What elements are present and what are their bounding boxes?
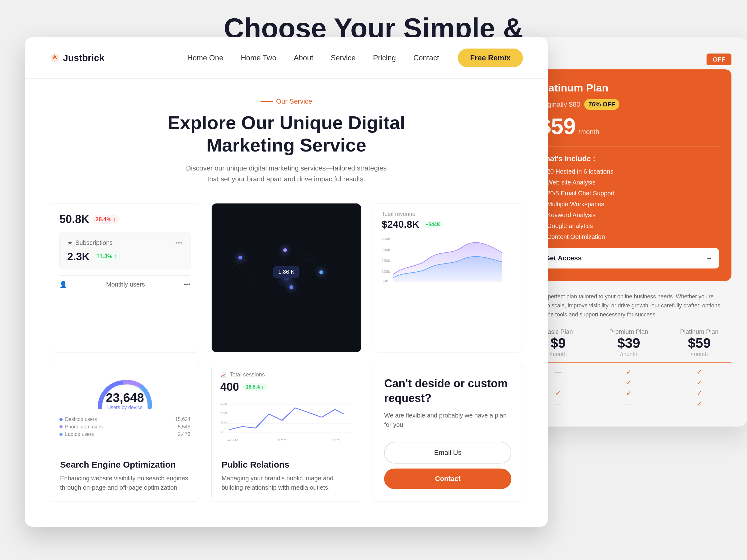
svg-rect-10 (236, 262, 237, 263)
svg-text:0: 0 (221, 430, 223, 433)
feature-label-1: 20 Hosted in 6 locations (547, 168, 613, 175)
legend-color-phone (59, 425, 62, 428)
svg-rect-4 (237, 258, 238, 259)
legend-value-desktop: 15,624 (175, 417, 190, 422)
gauge-value: 23,648 Users by device (106, 391, 144, 410)
plan-name-premium: Premium Plan (597, 328, 661, 336)
legend-laptop: Laptop users 2,476 (59, 431, 190, 437)
svg-text:100k: 100k (382, 270, 390, 274)
price-period: /month (578, 128, 599, 136)
gauge-label: Users by device (106, 405, 144, 410)
svg-text:200k: 200k (382, 248, 390, 252)
chart-value: $240.8K +$44K (382, 219, 514, 230)
svg-rect-34 (316, 258, 316, 259)
check-platinum-3: ✓ (667, 389, 731, 397)
social-media-visual: 50.8K 28.4% ↓ ★ Subscriptions ••• 2.3 (50, 204, 200, 352)
tag-line (260, 101, 273, 102)
legend-dot-phone: Phone app users (59, 424, 103, 430)
stat-main: 50.8K 28.4% ↓ (59, 213, 190, 226)
legend-value-phone: 5,548 (178, 424, 190, 430)
sub-dots: ••• (176, 239, 183, 247)
email-us-button[interactable]: Email Us (384, 442, 511, 463)
chart-badge: +$44K (422, 221, 443, 229)
leads-content: Drive More Leads Boost lead generation w… (373, 352, 522, 352)
svg-rect-11 (238, 264, 239, 264)
svg-text:4 PM: 4 PM (331, 438, 340, 441)
svg-text:250: 250 (221, 411, 227, 415)
discount-badge: 76% OFF (584, 99, 620, 110)
feature-5: ✓ Keyword Analysis (538, 212, 719, 219)
section-title: Explore Our Unique DigitalMarketing Serv… (50, 112, 523, 157)
seo-title: Search Engine Optimization (60, 460, 190, 470)
svg-rect-13 (242, 264, 243, 264)
nav-home-two[interactable]: Home Two (240, 54, 276, 62)
section-tag-text: Our Service (276, 97, 312, 105)
sessions-badge: 16.8% ↑ (242, 383, 268, 391)
svg-rect-40 (314, 261, 315, 262)
svg-rect-3 (235, 257, 236, 258)
logo-icon (50, 53, 60, 63)
monthly-row: 👤 Monthly users ••• (59, 275, 190, 293)
svg-rect-29 (304, 255, 305, 256)
free-remix-button[interactable]: Free Remix (458, 49, 523, 67)
legend-value-laptop: 2,476 (178, 431, 190, 437)
svg-rect-50 (252, 281, 252, 282)
stat-50k: 50.8K (59, 213, 89, 226)
social-media-card: 50.8K 28.4% ↓ ★ Subscriptions ••• 2.3 (50, 203, 200, 352)
get-access-button[interactable]: Get Access → (538, 248, 719, 268)
custom-title: Can't deside or custom request? (384, 376, 511, 406)
cards-top-row: 50.8K 28.4% ↓ ★ Subscriptions ••• 2.3 (50, 203, 523, 352)
plan-price-platinum: $59 (667, 336, 731, 351)
plan-headers: Basic Plan $9 /month Premium Plan $39 /m… (526, 328, 731, 357)
contact-button[interactable]: Contact (384, 469, 511, 489)
seo-desc: Enhancing website visibility on search e… (60, 474, 190, 492)
sessions-title: Total sessions (230, 371, 265, 378)
svg-rect-31 (309, 256, 310, 256)
svg-rect-2 (232, 258, 233, 259)
nav-contact[interactable]: Contact (413, 54, 439, 62)
legend-color-desktop (59, 418, 62, 421)
feature-label-3: 20/5 Email Chat Support (547, 190, 615, 197)
platinum-title: Platinum Plan (538, 82, 719, 94)
pr-visual: 📈 Total sessions 400 16.8% ↑ (212, 364, 361, 451)
check-premium-2: ✓ (597, 379, 661, 387)
nav-pricing[interactable]: Pricing (373, 54, 396, 62)
sub-badge-green: 11.3% ↑ (93, 252, 121, 261)
check-platinum-2: ✓ (667, 379, 731, 387)
feature-label-7: Content Optimization (547, 233, 605, 240)
feature-row-4: — — ✓ (526, 400, 731, 408)
sub-value: 2.3K 11.3% ↑ (67, 250, 183, 263)
svg-rect-23 (286, 257, 287, 258)
svg-rect-33 (313, 257, 314, 258)
off-badge: OFF (706, 54, 731, 65)
nav-links: Home One Home Two About Service Pricing … (187, 54, 439, 62)
svg-rect-6 (241, 260, 242, 261)
feature-row-1: — ✓ ✓ (526, 368, 731, 376)
svg-rect-32 (311, 255, 312, 256)
sessions-header: 📈 Total sessions (221, 371, 353, 378)
pricing-table-section: Find the perfect plan tailored to your o… (526, 292, 731, 408)
monthly-label: Monthly users (106, 281, 145, 288)
seo-content: Search Engine Optimization Enhancing web… (50, 451, 200, 501)
nav-home-one[interactable]: Home One (187, 54, 223, 62)
legend-dot-laptop: Laptop users (59, 431, 94, 437)
svg-rect-14 (245, 262, 246, 263)
svg-text:8 AM: 8 AM (278, 438, 287, 441)
card-divider (538, 146, 719, 147)
sessions-chart-icon: 📈 (221, 372, 227, 378)
svg-rect-38 (310, 259, 311, 260)
platinum-card: Platinum Plan Originally $80 76% OFF $59… (526, 70, 731, 281)
chart-title: Total revenue (382, 211, 514, 217)
subscriptions-box: ★ Subscriptions ••• 2.3K 11.3% ↑ (59, 232, 190, 269)
nav-service[interactable]: Service (331, 54, 356, 62)
main-content: Our Service Explore Our Unique DigitalMa… (25, 79, 548, 527)
section-tag: Our Service (50, 97, 523, 105)
nav-about[interactable]: About (294, 54, 313, 62)
svg-text:50k: 50k (382, 280, 388, 283)
feature-7: ✓ Content Optimization (538, 233, 719, 240)
gauge-number: 23,648 (106, 391, 144, 405)
feature-4: ✓ Multiple Workspaces (538, 201, 719, 208)
check-premium-1: ✓ (597, 368, 661, 376)
sub-header: ★ Subscriptions ••• (67, 239, 183, 247)
pr-title: Public Relations (222, 460, 352, 470)
